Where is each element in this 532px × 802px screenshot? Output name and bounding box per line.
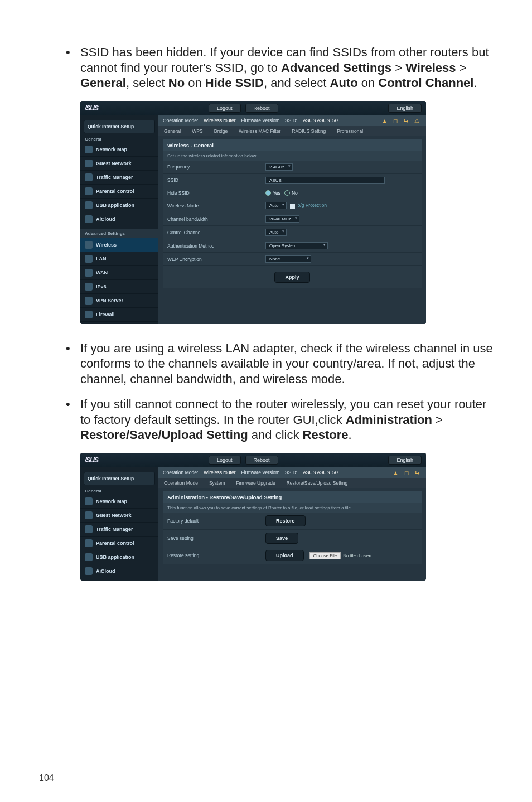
brand-logo: /SUS bbox=[85, 104, 98, 112]
usb-application-icon bbox=[85, 553, 93, 561]
sidebar-item-lan[interactable]: LAN bbox=[80, 252, 158, 266]
network-map-icon bbox=[85, 497, 93, 505]
language-select[interactable]: English bbox=[388, 104, 422, 113]
sidebar-item-aicloud[interactable]: AiCloud bbox=[80, 212, 158, 226]
ssid-link[interactable]: ASUS ASUS_5G bbox=[303, 118, 338, 123]
tab-mac-filter[interactable]: Wireless MAC Filter bbox=[233, 126, 286, 136]
frequency-select[interactable]: 2.4GHz bbox=[265, 163, 293, 171]
upload-button[interactable]: Upload bbox=[265, 550, 304, 561]
sidebar-item-vpn-server[interactable]: VPN Server bbox=[80, 294, 158, 308]
tab-radius[interactable]: RADIUS Setting bbox=[286, 126, 331, 136]
auth-method-label: Authentication Method bbox=[163, 240, 261, 252]
tab-professional[interactable]: Professional bbox=[331, 126, 369, 136]
sidebar-item-guest-network[interactable]: Guest Network bbox=[80, 509, 158, 523]
panel-title: Wireless - General bbox=[163, 139, 422, 151]
guest-network-icon bbox=[85, 511, 93, 519]
sidebar-item-traffic-manager[interactable]: Traffic Manager bbox=[80, 523, 158, 537]
save-button[interactable]: Save bbox=[265, 533, 298, 544]
wep-encryption-select[interactable]: None bbox=[265, 255, 311, 263]
op-mode-label: Operation Mode: bbox=[163, 470, 198, 475]
bullet-factory-reset: If you still cannot connect to the route… bbox=[61, 397, 493, 443]
control-channel-select[interactable]: Auto bbox=[265, 229, 287, 236]
op-mode-label: Operation Mode: bbox=[163, 118, 198, 123]
restore-button[interactable]: Restore bbox=[265, 515, 306, 526]
traffic-manager-icon bbox=[85, 173, 93, 181]
sidebar-section-general: General bbox=[85, 137, 154, 142]
apply-button[interactable]: Apply bbox=[274, 272, 309, 283]
sidebar-item-network-map[interactable]: Network Map bbox=[80, 495, 158, 509]
ssid-link[interactable]: ASUS ASUS_5G bbox=[303, 470, 338, 475]
sidebar-item-wireless[interactable]: Wireless bbox=[80, 238, 158, 252]
sidebar-item-ipv6[interactable]: IPv6 bbox=[80, 280, 158, 294]
traffic-manager-icon bbox=[85, 525, 93, 533]
page-number: 104 bbox=[39, 773, 54, 783]
op-mode-link[interactable]: Wireless router bbox=[204, 118, 235, 123]
screenshot-administration-restore: /SUS Logout Reboot English Quick Interne… bbox=[80, 453, 426, 581]
parental-control-icon bbox=[85, 539, 93, 547]
aicloud-icon bbox=[85, 567, 93, 575]
tab-bridge[interactable]: Bridge bbox=[209, 126, 234, 136]
sidebar-section-general: General bbox=[85, 489, 154, 494]
wireless-icon bbox=[85, 241, 93, 249]
tab-operation-mode[interactable]: Operation Mode bbox=[158, 478, 204, 488]
hide-ssid-yes-radio[interactable] bbox=[265, 190, 271, 196]
hide-ssid-no-radio[interactable] bbox=[284, 190, 290, 196]
parental-control-icon bbox=[85, 187, 93, 195]
quick-internet-setup[interactable]: Quick Internet Setup bbox=[84, 472, 155, 485]
sidebar-item-network-map[interactable]: Network Map bbox=[80, 143, 158, 157]
aicloud-icon bbox=[85, 215, 93, 223]
usb-application-icon bbox=[85, 201, 93, 209]
ssid-input[interactable]: ASUS bbox=[265, 177, 385, 184]
frequency-label: Frequency bbox=[163, 161, 261, 172]
bg-protection-checkbox[interactable] bbox=[290, 204, 295, 209]
language-select[interactable]: English bbox=[388, 456, 422, 465]
sidebar-item-guest-network[interactable]: Guest Network bbox=[80, 157, 158, 171]
sidebar-item-parental-control[interactable]: Parental control bbox=[80, 537, 158, 550]
logout-button[interactable]: Logout bbox=[209, 456, 241, 465]
lan-icon bbox=[85, 255, 93, 263]
sidebar-item-aicloud[interactable]: AiCloud bbox=[80, 564, 158, 578]
wireless-mode-select[interactable]: Auto bbox=[265, 202, 287, 209]
tab-general[interactable]: General bbox=[158, 126, 186, 136]
wan-icon bbox=[85, 269, 93, 277]
guest-network-icon bbox=[85, 160, 93, 167]
tab-system[interactable]: System bbox=[204, 478, 230, 488]
wep-encryption-label: WEP Encryption bbox=[163, 254, 261, 265]
panel-subtitle: This function allows you to save current… bbox=[163, 503, 422, 513]
sidebar-item-traffic-manager[interactable]: Traffic Manager bbox=[80, 171, 158, 185]
panel-title: Administration - Restore/Save/Upload Set… bbox=[163, 491, 422, 503]
choose-file-button[interactable]: Choose File bbox=[309, 552, 341, 559]
quick-internet-setup[interactable]: Quick Internet Setup bbox=[84, 120, 155, 133]
auth-method-select[interactable]: Open System bbox=[265, 242, 328, 249]
factory-default-label: Factory default bbox=[163, 515, 261, 526]
op-mode-link[interactable]: Wireless router bbox=[204, 470, 235, 475]
ssid-field-label: SSID bbox=[163, 175, 261, 186]
channel-bandwidth-select[interactable]: 20/40 MHz bbox=[265, 215, 299, 223]
wireless-mode-label: Wireless Mode bbox=[163, 200, 261, 211]
screenshot-wireless-general: /SUS Logout Reboot English Quick Interne… bbox=[80, 101, 426, 324]
tab-wps[interactable]: WPS bbox=[186, 126, 208, 136]
sidebar-item-usb-application[interactable]: USB application bbox=[80, 199, 158, 212]
logout-button[interactable]: Logout bbox=[209, 104, 241, 113]
tab-firmware-upgrade[interactable]: Firmware Upgrade bbox=[230, 478, 280, 488]
channel-bandwidth-label: Channel bandwidth bbox=[163, 214, 261, 225]
tab-restore-save-upload[interactable]: Restore/Save/Upload Setting bbox=[281, 478, 354, 488]
sidebar-item-firewall[interactable]: Firewall bbox=[80, 308, 158, 322]
reboot-button[interactable]: Reboot bbox=[245, 456, 278, 465]
ssid-label: SSID: bbox=[285, 470, 297, 475]
sidebar-section-advanced: Advanced Settings bbox=[80, 229, 158, 238]
file-chosen-text: No file chosen bbox=[343, 553, 371, 558]
panel-subtitle: Set up the wireless related information … bbox=[163, 151, 422, 161]
bullet-ssid-hidden: SSID has been hidden. If your device can… bbox=[61, 45, 493, 91]
sidebar-item-usb-application[interactable]: USB application bbox=[80, 550, 158, 564]
network-map-icon bbox=[85, 146, 93, 153]
sidebar-item-wan[interactable]: WAN bbox=[80, 266, 158, 280]
status-icons: ▲ ◻ ⇆ bbox=[393, 470, 422, 476]
ssid-label: SSID: bbox=[285, 118, 297, 123]
firewall-icon bbox=[85, 311, 93, 318]
reboot-button[interactable]: Reboot bbox=[245, 104, 278, 113]
sidebar-item-parental-control[interactable]: Parental control bbox=[80, 185, 158, 199]
vpn-server-icon bbox=[85, 297, 93, 305]
fw-version-label: Firmware Version: bbox=[241, 470, 279, 475]
fw-version-label: Firmware Version: bbox=[241, 118, 279, 123]
